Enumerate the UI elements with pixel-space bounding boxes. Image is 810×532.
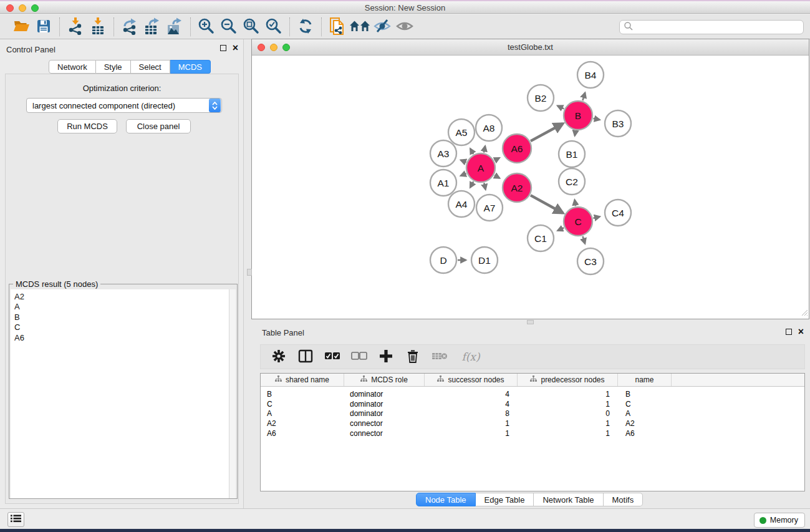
memory-button[interactable]: Memory bbox=[754, 513, 805, 528]
graph-edge-A-A7[interactable] bbox=[484, 183, 485, 189]
graph-edge-C-C1[interactable] bbox=[557, 228, 564, 230]
cell-mcds-role[interactable]: dominator bbox=[344, 409, 425, 419]
cell-name[interactable]: A2 bbox=[618, 418, 672, 428]
cell-shared-name[interactable]: A bbox=[261, 409, 344, 419]
close-panel-icon[interactable]: × bbox=[798, 328, 804, 336]
graph-edge-A-A1[interactable] bbox=[461, 173, 466, 176]
cell-predecessor-nodes[interactable]: 1 bbox=[518, 399, 618, 409]
export-table-button[interactable] bbox=[141, 17, 163, 37]
cell-mcds-role[interactable]: connector bbox=[344, 428, 425, 438]
table-row[interactable]: A dominator 8 0 A bbox=[261, 409, 804, 419]
table-row[interactable]: B dominator 4 1 B bbox=[261, 389, 804, 399]
graph-edge-A-A8[interactable] bbox=[484, 146, 485, 152]
network-graph-canvas[interactable]: B4B2BB3B1A5A8A3A6AA1A2A4A7C2C4CC1C3DD1 bbox=[252, 56, 809, 319]
horizontal-divider-handle[interactable] bbox=[527, 320, 534, 324]
cell-name[interactable]: B bbox=[618, 389, 672, 399]
import-table-button[interactable] bbox=[87, 17, 109, 37]
show-columns-button[interactable] bbox=[297, 349, 314, 365]
cell-predecessor-nodes[interactable]: 1 bbox=[518, 428, 618, 438]
tab-style[interactable]: Style bbox=[96, 60, 131, 74]
list-item[interactable]: A2 bbox=[11, 292, 230, 302]
export-image-button[interactable] bbox=[163, 17, 186, 37]
close-panel-button[interactable]: Close panel bbox=[126, 119, 191, 133]
cell-successor-nodes[interactable]: 4 bbox=[425, 389, 518, 399]
select-all-button[interactable] bbox=[324, 349, 340, 365]
import-network-button[interactable] bbox=[64, 17, 87, 37]
close-panel-icon[interactable]: × bbox=[233, 44, 238, 52]
cell-shared-name[interactable]: C bbox=[261, 399, 344, 409]
add-button[interactable] bbox=[378, 349, 394, 365]
list-scrollbar[interactable] bbox=[229, 289, 236, 498]
zoom-selected-button[interactable] bbox=[263, 17, 285, 37]
zoom-fit-button[interactable] bbox=[240, 17, 263, 37]
tab-motifs[interactable]: Motifs bbox=[604, 493, 644, 506]
save-session-button[interactable] bbox=[32, 17, 55, 37]
graph-edge-B-B1[interactable] bbox=[575, 131, 576, 136]
cell-successor-nodes[interactable]: 1 bbox=[425, 418, 518, 428]
graph-edge-C-C3[interactable] bbox=[583, 236, 586, 244]
float-panel-icon[interactable] bbox=[786, 329, 792, 335]
graph-edge-A2-C[interactable] bbox=[531, 195, 563, 213]
delete-button[interactable] bbox=[405, 349, 421, 365]
zoom-in-button[interactable] bbox=[195, 17, 218, 37]
float-panel-icon[interactable] bbox=[220, 45, 226, 51]
first-neighbors-button[interactable] bbox=[349, 17, 371, 37]
resize-grip[interactable] bbox=[799, 307, 808, 318]
tab-edge-table[interactable]: Edge Table bbox=[476, 493, 534, 506]
list-item[interactable]: B bbox=[11, 312, 230, 322]
search-input[interactable] bbox=[634, 21, 803, 33]
cell-predecessor-nodes[interactable]: 1 bbox=[518, 418, 618, 428]
table-row[interactable]: A6 connector 1 1 A6 bbox=[261, 428, 804, 438]
cell-mcds-role[interactable]: dominator bbox=[344, 399, 425, 409]
column-header-successor-nodes[interactable]: successor nodes bbox=[425, 374, 518, 386]
cell-mcds-role[interactable]: connector bbox=[344, 418, 425, 428]
table-row[interactable]: C dominator 4 1 C bbox=[261, 399, 804, 409]
refresh-button[interactable] bbox=[294, 17, 317, 37]
tab-mcds[interactable]: MCDS bbox=[170, 60, 211, 74]
cell-successor-nodes[interactable]: 4 bbox=[425, 399, 518, 409]
graph-edge-A-A3[interactable] bbox=[461, 160, 466, 162]
tab-network[interactable]: Network bbox=[49, 60, 96, 74]
zoom-out-button[interactable] bbox=[218, 17, 240, 37]
cell-shared-name[interactable]: A2 bbox=[261, 418, 344, 428]
cell-successor-nodes[interactable]: 8 bbox=[425, 409, 518, 419]
cell-shared-name[interactable]: A6 bbox=[261, 428, 344, 438]
tab-node-table[interactable]: Node Table bbox=[416, 493, 476, 506]
task-history-button[interactable] bbox=[7, 512, 24, 527]
vertical-divider-handle[interactable] bbox=[247, 269, 252, 276]
graph-edge-B-B3[interactable] bbox=[594, 118, 600, 120]
graph-edge-A-A5[interactable] bbox=[470, 148, 473, 154]
cell-name[interactable]: A6 bbox=[618, 428, 672, 438]
cell-name[interactable]: C bbox=[618, 399, 672, 409]
table-settings-button[interactable] bbox=[271, 349, 287, 365]
column-header-shared-name[interactable]: shared name bbox=[261, 374, 344, 386]
tab-network-table[interactable]: Network Table bbox=[534, 493, 603, 506]
hide-graphics-button[interactable] bbox=[393, 17, 416, 37]
deselect-all-button[interactable] bbox=[351, 349, 367, 365]
graph-edge-B-B4[interactable] bbox=[582, 93, 585, 100]
column-header-name[interactable]: name bbox=[618, 374, 672, 386]
export-network-button[interactable] bbox=[118, 17, 141, 37]
column-header-predecessor-nodes[interactable]: predecessor nodes bbox=[518, 374, 618, 386]
criterion-select[interactable]: largest connected component (directed) bbox=[26, 98, 222, 113]
list-item[interactable]: A bbox=[11, 302, 230, 312]
cell-successor-nodes[interactable]: 1 bbox=[425, 428, 518, 438]
new-network-button[interactable] bbox=[326, 17, 349, 37]
list-item[interactable]: A6 bbox=[11, 333, 230, 343]
cell-mcds-role[interactable]: dominator bbox=[344, 389, 425, 399]
run-mcds-button[interactable]: Run MCDS bbox=[57, 119, 117, 133]
graph-edge-A-A2[interactable] bbox=[494, 175, 499, 178]
tab-select[interactable]: Select bbox=[131, 60, 170, 74]
graph-edge-B-B2[interactable] bbox=[557, 106, 564, 109]
open-file-button[interactable] bbox=[10, 17, 32, 37]
graph-edge-C-C4[interactable] bbox=[593, 216, 599, 218]
graph-edge-A-A6[interactable] bbox=[494, 158, 499, 160]
cell-name[interactable]: A bbox=[618, 409, 672, 419]
column-header-mcds-role[interactable]: MCDS role bbox=[344, 374, 425, 386]
graph-edge-A-A4[interactable] bbox=[470, 181, 473, 188]
graph-edge-A6-B[interactable] bbox=[531, 123, 562, 141]
table-row[interactable]: A2 connector 1 1 A2 bbox=[261, 418, 804, 428]
search-field[interactable] bbox=[619, 20, 804, 34]
graph-edge-C-C2[interactable] bbox=[575, 200, 576, 206]
cell-shared-name[interactable]: B bbox=[261, 389, 344, 399]
